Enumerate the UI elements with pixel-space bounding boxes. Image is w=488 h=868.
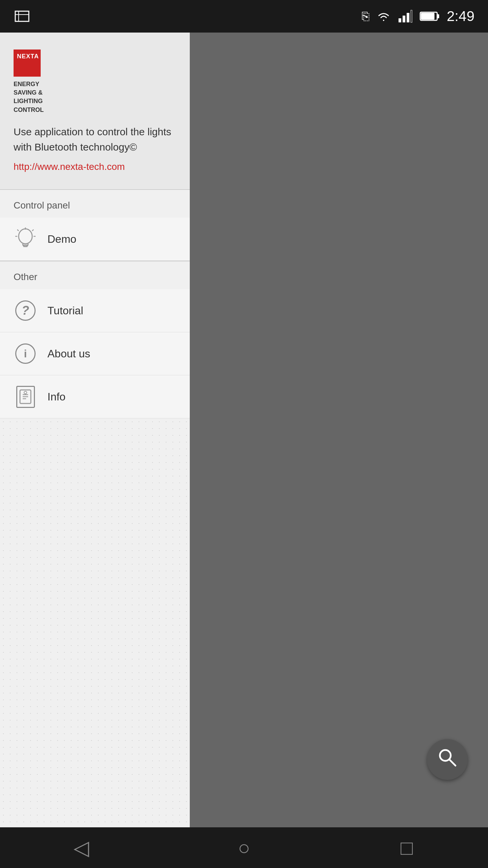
menu-item-info[interactable]: Info bbox=[0, 375, 190, 418]
tutorial-label: Tutorial bbox=[47, 304, 83, 317]
left-panel: NEXTA ENERGY SAVING & LIGHTING CONTROL U… bbox=[0, 33, 190, 827]
other-section: Other ? Tutorial i About us bbox=[0, 261, 190, 418]
about-us-label: About us bbox=[47, 348, 90, 360]
demo-icon-container bbox=[14, 227, 37, 251]
svg-point-10 bbox=[19, 229, 32, 244]
status-bar: ⎘ 2:49 bbox=[0, 0, 488, 33]
nav-bar: ◁ ○ □ bbox=[0, 827, 488, 868]
app-icon bbox=[14, 8, 30, 25]
svg-line-14 bbox=[17, 230, 19, 231]
logo-box: NEXTA ENERGY SAVING & LIGHTING CONTROL bbox=[14, 50, 78, 114]
back-icon: ◁ bbox=[74, 836, 89, 860]
control-panel-label: Control panel bbox=[0, 190, 190, 218]
status-bar-left bbox=[14, 8, 30, 25]
control-panel-section: Control panel bbox=[0, 190, 190, 261]
logo-nexta-text: NEXTA bbox=[17, 53, 39, 60]
header-link[interactable]: http://www.nexta-tech.com bbox=[14, 161, 125, 172]
recents-icon: □ bbox=[401, 836, 413, 860]
other-label: Other bbox=[0, 261, 190, 289]
info-doc-icon bbox=[19, 389, 32, 404]
header-description: Use application to control the lights wi… bbox=[14, 124, 176, 155]
info-box-icon bbox=[16, 386, 35, 408]
logo-line3: LIGHTING bbox=[14, 97, 44, 105]
search-fab[interactable] bbox=[427, 739, 468, 780]
wifi-icon bbox=[376, 9, 391, 24]
tutorial-icon-container: ? bbox=[14, 299, 37, 322]
bluetooth-icon: ⎘ bbox=[362, 9, 369, 23]
status-time: 2:49 bbox=[447, 8, 474, 24]
svg-line-15 bbox=[32, 230, 34, 231]
about-us-icon-container: i bbox=[14, 342, 37, 366]
logo-container: NEXTA ENERGY SAVING & LIGHTING CONTROL bbox=[14, 50, 78, 114]
header-section: NEXTA ENERGY SAVING & LIGHTING CONTROL U… bbox=[0, 33, 190, 190]
svg-rect-8 bbox=[437, 14, 439, 18]
recents-button[interactable]: □ bbox=[390, 831, 424, 865]
logo-line4: CONTROL bbox=[14, 106, 44, 114]
svg-rect-9 bbox=[421, 13, 434, 20]
search-icon bbox=[437, 747, 458, 772]
right-panel bbox=[190, 33, 488, 827]
logo-line1: ENERGY bbox=[14, 80, 44, 88]
demo-label: Demo bbox=[47, 233, 76, 245]
menu-item-tutorial[interactable]: ? Tutorial bbox=[0, 289, 190, 332]
svg-rect-4 bbox=[403, 16, 405, 22]
home-icon: ○ bbox=[238, 836, 250, 860]
search-svg-icon bbox=[437, 747, 458, 768]
home-button[interactable]: ○ bbox=[227, 831, 261, 865]
menu-item-about-us[interactable]: i About us bbox=[0, 332, 190, 375]
battery-icon bbox=[420, 10, 440, 22]
info-icon-container bbox=[14, 385, 37, 409]
logo-line2: SAVING & bbox=[14, 88, 44, 97]
svg-line-25 bbox=[449, 760, 455, 766]
bulb-icon bbox=[15, 228, 36, 251]
info-label: Info bbox=[47, 391, 65, 403]
status-bar-right: ⎘ 2:49 bbox=[362, 8, 474, 24]
svg-rect-3 bbox=[399, 18, 401, 22]
back-button[interactable]: ◁ bbox=[64, 831, 98, 865]
svg-rect-6 bbox=[411, 10, 412, 22]
logo-tagline: ENERGY SAVING & LIGHTING CONTROL bbox=[14, 80, 44, 114]
panel-lower-area bbox=[0, 418, 190, 827]
main-container: NEXTA ENERGY SAVING & LIGHTING CONTROL U… bbox=[0, 33, 488, 827]
question-mark-icon: ? bbox=[15, 300, 36, 321]
menu-item-demo[interactable]: Demo bbox=[0, 218, 190, 261]
signal-icon bbox=[398, 9, 413, 24]
logo-red-square: NEXTA bbox=[14, 50, 41, 77]
info-circle-icon: i bbox=[15, 343, 36, 364]
svg-rect-5 bbox=[407, 13, 409, 22]
svg-rect-0 bbox=[15, 11, 29, 21]
